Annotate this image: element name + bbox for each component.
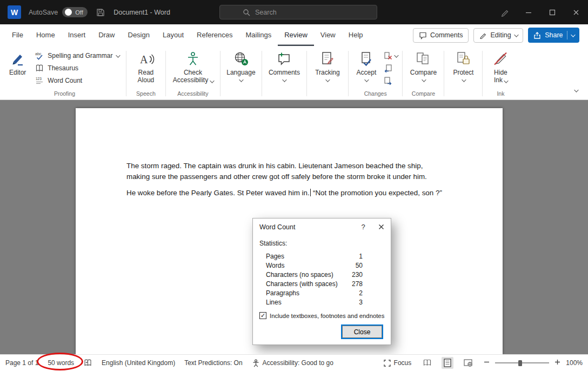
spelling-grammar-button[interactable]: abc Spelling and Grammar xyxy=(32,50,122,61)
check-accessibility-button[interactable]: Check Accessibility xyxy=(169,48,217,85)
close-button[interactable] xyxy=(564,0,588,24)
protect-icon xyxy=(455,49,471,69)
group-divider xyxy=(262,51,262,96)
editing-mode-dropdown[interactable]: Editing xyxy=(473,28,523,43)
tab-review[interactable]: Review xyxy=(278,24,314,46)
tab-draw[interactable]: Draw xyxy=(92,24,121,46)
previous-change-icon xyxy=(384,64,392,72)
dialog-titlebar[interactable]: Word Count ? xyxy=(253,218,391,235)
autosave-toggle[interactable]: Off xyxy=(62,7,88,17)
tab-help[interactable]: Help xyxy=(342,24,370,46)
zoom-slider[interactable] xyxy=(495,359,549,367)
reject-icon xyxy=(384,51,392,60)
comments-button[interactable]: Comments xyxy=(413,28,469,43)
read-mode-button[interactable] xyxy=(421,357,433,369)
ribbon-group-proofing: Editor abc Spelling and Grammar Thesauru… xyxy=(4,46,125,100)
toggle-knob xyxy=(65,9,72,16)
page-indicator[interactable]: Page 1 of 1 xyxy=(5,359,38,367)
language-indicator[interactable]: English (United Kingdom) xyxy=(102,359,175,367)
editor-button[interactable]: Editor xyxy=(6,48,29,78)
share-button[interactable]: Share xyxy=(528,28,579,43)
search-box[interactable]: Search xyxy=(219,5,377,19)
chevron-down-icon xyxy=(504,78,509,83)
chevron-down-icon xyxy=(574,88,578,92)
chevron-down-icon xyxy=(116,53,121,57)
text-predictions-indicator[interactable]: Text Predictions: On xyxy=(184,359,242,367)
group-label-accessibility: Accessibility xyxy=(169,89,217,100)
tab-view[interactable]: View xyxy=(314,24,342,46)
dialog-body: Statistics: Pages1 Words50 Characters (n… xyxy=(253,235,391,345)
comments-ribbon-button[interactable]: Comments xyxy=(265,48,304,83)
chevron-down-icon xyxy=(514,32,518,37)
compare-label: Compare xyxy=(410,69,437,76)
group-label-speech: Speech xyxy=(129,89,163,100)
next-change-button[interactable] xyxy=(382,75,400,86)
include-textboxes-checkbox[interactable]: ✓ Include textboxes, footnotes and endno… xyxy=(259,312,384,319)
collapse-ribbon-button[interactable] xyxy=(572,82,580,96)
tab-home[interactable]: Home xyxy=(30,24,62,46)
maximize-button[interactable] xyxy=(540,0,564,24)
language-button[interactable]: Language xyxy=(223,48,259,83)
close-button[interactable]: Close xyxy=(342,326,382,338)
read-aloud-button[interactable]: A Read Aloud xyxy=(129,48,163,85)
paragraph-2[interactable]: He woke before the Pearly Gates. St Pete… xyxy=(126,188,445,198)
web-layout-button[interactable] xyxy=(462,357,474,369)
read-aloud-icon: A xyxy=(137,49,155,69)
focus-label: Focus xyxy=(394,359,412,367)
comment-bubble-icon xyxy=(419,31,427,39)
zoom-slider-knob[interactable] xyxy=(518,360,522,366)
comments-button-label: Comments xyxy=(430,31,463,39)
paragraph-1[interactable]: The storm raged. The captain was drunk i… xyxy=(126,161,445,182)
dialog-close-icon[interactable] xyxy=(378,224,384,230)
spelling-grammar-label: Spelling and Grammar xyxy=(48,52,112,59)
compare-icon xyxy=(415,49,431,69)
save-icon[interactable] xyxy=(96,8,105,17)
accept-button[interactable]: Accept xyxy=(351,48,382,83)
accessibility-status[interactable]: Accessibility: Good to go xyxy=(252,359,333,367)
accessibility-person-icon xyxy=(252,359,260,367)
tab-file[interactable]: File xyxy=(5,24,30,46)
stat-row-chars-no-spaces: Characters (no spaces)230 xyxy=(259,270,384,280)
group-divider xyxy=(220,51,220,96)
group-label-protect xyxy=(447,89,479,100)
changes-small-buttons xyxy=(382,48,400,86)
group-divider xyxy=(126,51,126,96)
zoom-in-button[interactable] xyxy=(554,359,560,367)
word-count-button[interactable]: 123 Word Count xyxy=(32,75,122,86)
print-layout-button[interactable] xyxy=(442,357,453,369)
read-aloud-label: Read Aloud xyxy=(138,69,155,84)
tracking-button[interactable]: Tracking xyxy=(310,48,345,83)
chevron-down-icon xyxy=(571,32,575,37)
protect-button[interactable]: Protect xyxy=(447,48,479,83)
word-count-indicator[interactable]: 50 words xyxy=(48,359,74,367)
word-count-dialog: Word Count ? Statistics: Pages1 Words50 … xyxy=(252,218,391,345)
word-count-icon: 123 xyxy=(35,76,44,85)
tab-layout[interactable]: Layout xyxy=(156,24,190,46)
thesaurus-button[interactable]: Thesaurus xyxy=(32,62,122,74)
comments-label: Comments xyxy=(269,69,300,76)
word-app-icon[interactable]: W xyxy=(8,5,21,19)
accessibility-status-label: Accessibility: Good to go xyxy=(263,359,333,367)
tab-references[interactable]: References xyxy=(190,24,239,46)
tab-insert[interactable]: Insert xyxy=(62,24,92,46)
minimize-button[interactable] xyxy=(517,0,540,24)
focus-icon xyxy=(383,359,391,367)
compare-button[interactable]: Compare xyxy=(405,48,441,83)
svg-text:A: A xyxy=(140,54,148,65)
stat-row-words: Words50 xyxy=(259,261,384,270)
reject-button[interactable] xyxy=(382,50,400,61)
tab-mailings[interactable]: Mailings xyxy=(239,24,278,46)
zoom-level[interactable]: 100% xyxy=(566,359,583,367)
proofing-status-icon[interactable] xyxy=(83,359,92,367)
previous-change-button[interactable] xyxy=(382,63,400,74)
dialog-help-button[interactable]: ? xyxy=(359,223,368,231)
tab-design[interactable]: Design xyxy=(122,24,156,46)
ink-pen-icon[interactable] xyxy=(493,0,517,24)
statistics-label: Statistics: xyxy=(259,240,384,247)
hide-ink-button[interactable]: Hide Ink xyxy=(485,48,516,85)
ribbon-group-protect: Protect xyxy=(445,46,481,100)
stat-row-pages: Pages1 xyxy=(259,252,384,261)
zoom-out-button[interactable] xyxy=(484,359,490,367)
focus-button[interactable]: Focus xyxy=(383,359,412,367)
accept-icon xyxy=(359,49,374,69)
